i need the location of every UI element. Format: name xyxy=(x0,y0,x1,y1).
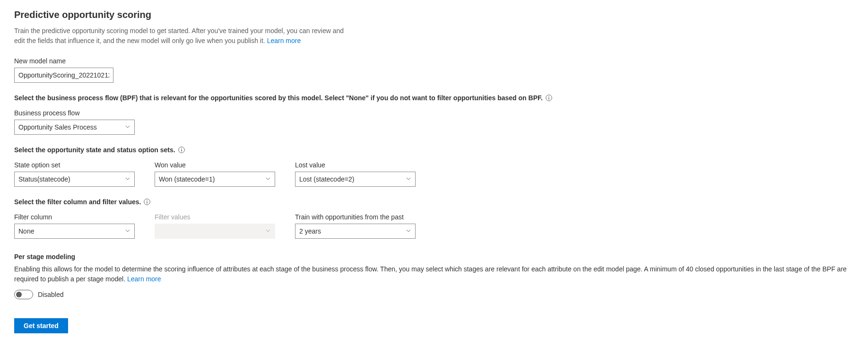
chevron-down-icon xyxy=(125,227,130,235)
filter-values-label: Filter values xyxy=(155,213,275,221)
toggle-knob xyxy=(16,292,22,297)
info-icon[interactable] xyxy=(546,95,552,101)
filter-column-dropdown[interactable]: None xyxy=(14,224,135,239)
state-instruction-text: Select the opportunity state and status … xyxy=(14,146,175,154)
learn-more-link[interactable]: Learn more xyxy=(267,37,301,44)
svg-rect-8 xyxy=(147,201,148,204)
svg-rect-2 xyxy=(548,97,549,100)
per-stage-toggle-label: Disabled xyxy=(38,291,63,298)
info-icon[interactable] xyxy=(178,147,185,153)
chevron-down-icon xyxy=(125,123,130,131)
filter-instruction: Select the filter column and filter valu… xyxy=(14,198,854,206)
chevron-down-icon xyxy=(406,175,411,183)
svg-point-1 xyxy=(548,96,549,97)
lost-value-dropdown[interactable]: Lost (statecode=2) xyxy=(295,172,416,187)
per-stage-toggle[interactable] xyxy=(14,290,33,299)
bpf-label: Business process flow xyxy=(14,109,854,117)
chevron-down-icon xyxy=(265,227,271,235)
lost-value-value: Lost (statecode=2) xyxy=(299,175,354,183)
bpf-instruction: Select the business process flow (BPF) t… xyxy=(14,94,854,102)
per-stage-description: Enabling this allows for the model to de… xyxy=(14,264,854,284)
won-value-value: Won (statecode=1) xyxy=(159,175,215,183)
model-name-input[interactable] xyxy=(14,68,113,83)
filter-column-value: None xyxy=(18,227,34,235)
state-option-value: Status(statecode) xyxy=(18,175,70,183)
page-description: Train the predictive opportunity scoring… xyxy=(14,26,355,46)
filter-instruction-text: Select the filter column and filter valu… xyxy=(14,198,141,206)
filter-column-label: Filter column xyxy=(14,213,135,221)
model-name-label: New model name xyxy=(14,57,854,65)
page-title: Predictive opportunity scoring xyxy=(14,9,854,20)
chevron-down-icon xyxy=(265,175,271,183)
bpf-dropdown-value: Opportunity Sales Process xyxy=(18,123,97,131)
won-value-label: Won value xyxy=(155,161,275,169)
info-icon[interactable] xyxy=(144,199,150,205)
bpf-instruction-text: Select the business process flow (BPF) t… xyxy=(14,94,543,102)
state-instruction: Select the opportunity state and status … xyxy=(14,146,854,154)
won-value-dropdown[interactable]: Won (statecode=1) xyxy=(155,172,275,187)
train-window-dropdown[interactable]: 2 years xyxy=(295,224,416,239)
chevron-down-icon xyxy=(406,227,411,235)
per-stage-title: Per stage modeling xyxy=(14,253,854,260)
bpf-dropdown[interactable]: Opportunity Sales Process xyxy=(14,120,135,135)
state-option-label: State option set xyxy=(14,161,135,169)
get-started-button[interactable]: Get started xyxy=(14,318,68,333)
lost-value-label: Lost value xyxy=(295,161,416,169)
svg-point-7 xyxy=(147,200,148,201)
svg-rect-5 xyxy=(181,149,182,152)
filter-values-dropdown xyxy=(155,224,275,239)
svg-point-4 xyxy=(181,148,182,149)
train-window-value: 2 years xyxy=(299,227,321,235)
train-window-label: Train with opportunities from the past xyxy=(295,213,416,221)
state-option-dropdown[interactable]: Status(statecode) xyxy=(14,172,135,187)
per-stage-learn-more-link[interactable]: Learn more xyxy=(127,275,161,283)
chevron-down-icon xyxy=(125,175,130,183)
